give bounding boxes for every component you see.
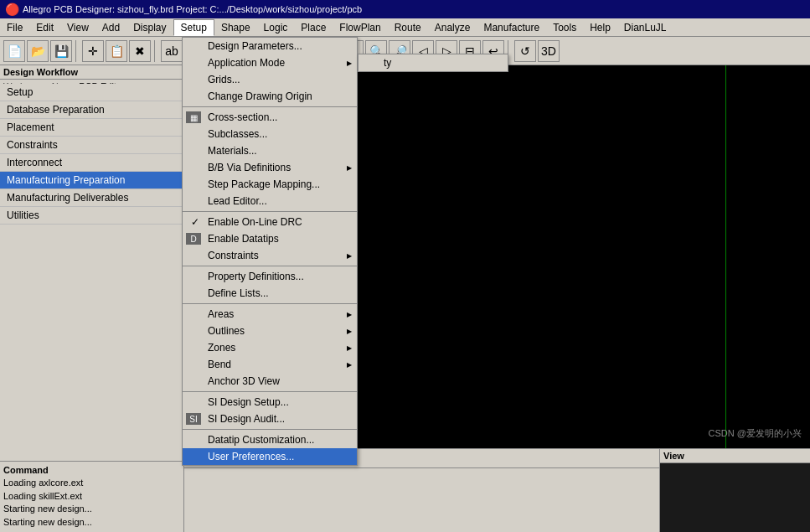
si-audit-icon: SI (186, 413, 201, 425)
separator-areas (183, 303, 357, 304)
menu-item-change-origin[interactable]: Change Drawing Origin (183, 88, 357, 105)
menu-item-materials[interactable]: Materials... (183, 142, 357, 159)
menu-item-grids[interactable]: Grids... (183, 71, 357, 88)
save-button[interactable]: 💾 (50, 40, 72, 62)
title-bar: 🔴 Allegro PCB Designer: sizhou_fly.brd P… (0, 0, 810, 18)
command-line-4: Starting new design... (3, 516, 180, 529)
checkmark-drc: ✓ (191, 216, 199, 228)
menu-item-enable-drc[interactable]: ✓ Enable On-Line DRC (183, 214, 357, 230)
menu-setup[interactable]: Setup (173, 19, 214, 36)
command-line-1: Loading axlcore.ext (3, 477, 180, 489)
command-header: Command (3, 465, 180, 475)
menu-item-prop-defs[interactable]: Property Definitions... (183, 268, 357, 285)
command-line-3: Starting new design... (3, 503, 180, 515)
separator-2 (154, 40, 157, 62)
view-panel-content (660, 463, 810, 532)
menu-item-user-prefs[interactable]: User Preferences... (183, 448, 357, 465)
app-mode-item-ty[interactable]: ty (359, 54, 508, 71)
delete-button[interactable]: ✖ (129, 40, 151, 62)
separator-prop (183, 266, 357, 266)
menu-view[interactable]: View (60, 20, 95, 35)
app-icon: 🔴 (5, 3, 19, 16)
command-panel: Command Loading axlcore.ext Loading skil… (0, 461, 183, 532)
menu-analyze[interactable]: Analyze (428, 20, 477, 35)
app-mode-submenu: ty (358, 54, 508, 72)
3d-button[interactable]: 3D (538, 40, 560, 62)
crosshair-button[interactable]: ✛ (82, 40, 104, 62)
separator-1 (75, 40, 79, 62)
menu-item-constraints[interactable]: Constraints (183, 247, 357, 264)
menu-item-outlines[interactable]: Outlines (183, 323, 357, 339)
separator-drc (183, 211, 357, 212)
command-output: Loading axlcore.ext Loading skillExt.ext… (3, 477, 180, 529)
menu-manufacture[interactable]: Manufacture (477, 20, 546, 35)
menu-item-areas[interactable]: Areas (183, 306, 357, 323)
menu-tools[interactable]: Tools (546, 20, 583, 35)
menu-item-datatip-custom[interactable]: Datatip Customization... (183, 431, 357, 448)
new-button[interactable]: 📄 (3, 40, 25, 62)
open-button[interactable]: 📂 (27, 40, 49, 62)
refresh-button[interactable]: ↺ (514, 40, 536, 62)
menu-edit[interactable]: Edit (29, 20, 60, 35)
text-button[interactable]: ab (161, 40, 183, 62)
separator-datatip (183, 429, 357, 430)
separator-si (183, 391, 357, 392)
copy-button[interactable]: 📋 (106, 40, 127, 62)
view-panel-header: View (660, 449, 810, 463)
menu-help[interactable]: Help (583, 20, 617, 35)
menu-logic[interactable]: Logic (257, 20, 295, 35)
command-line-2: Loading skillExt.ext (3, 490, 180, 503)
menu-item-lead-editor[interactable]: Lead Editor... (183, 193, 357, 209)
menu-item-bb-via[interactable]: B/B Via Definitions (183, 159, 357, 176)
menu-item-zones[interactable]: Zones (183, 339, 357, 356)
menu-item-step-pkg[interactable]: Step Package Mapping... (183, 176, 357, 193)
menu-item-enable-datatips[interactable]: D Enable Datatips (183, 230, 357, 247)
menu-file[interactable]: File (0, 20, 29, 35)
menu-dianlujl[interactable]: DianLuJL (617, 20, 673, 35)
sidebar-item-placement[interactable]: Placement (0, 119, 184, 137)
view-panel: View (659, 449, 810, 532)
watermark: CSDN @爱发明的小兴 (709, 427, 802, 440)
menu-flowplan[interactable]: FlowPlan (333, 20, 387, 35)
setup-dropdown-menu: Design Parameters... Application Mode Gr… (182, 37, 358, 466)
menu-item-subclasses[interactable]: Subclasses... (183, 126, 357, 142)
menu-item-define-lists[interactable]: Define Lists... (183, 285, 357, 302)
sidebar-item-interconnect[interactable]: Interconnect (0, 154, 184, 172)
cross-section-icon: ▦ (186, 111, 201, 123)
menu-item-app-mode[interactable]: Application Mode (183, 54, 357, 71)
menu-item-bend[interactable]: Bend (183, 356, 357, 373)
separator-cross (183, 106, 357, 107)
menu-display[interactable]: Display (126, 20, 173, 35)
menu-shape[interactable]: Shape (214, 20, 257, 35)
sidebar-item-utilities[interactable]: Utilities (0, 207, 184, 225)
menu-place[interactable]: Place (294, 20, 333, 35)
sidebar-item-constraints[interactable]: Constraints (0, 137, 184, 154)
sidebar-item-mfg-del[interactable]: Manufacturing Deliverables (0, 189, 184, 207)
title-text: Allegro PCB Designer: sizhou_fly.brd Pro… (23, 4, 362, 14)
menu-item-cross-section[interactable]: ▦ Cross-section... (183, 109, 357, 126)
menu-item-si-design-setup[interactable]: SI Design Setup... (183, 394, 357, 411)
datatips-icon: D (186, 233, 201, 245)
sidebar-item-mfg-prep[interactable]: Manufacturing Preparation (0, 172, 184, 189)
menu-add[interactable]: Add (95, 20, 126, 35)
menu-item-si-design-audit[interactable]: SI SI Design Audit... (183, 411, 357, 427)
menu-item-anchor-3d[interactable]: Anchor 3D View (183, 373, 357, 390)
workflow-header: Design Workflow (0, 65, 183, 80)
sidebar-item-setup[interactable]: Setup (0, 84, 184, 101)
sidebar-item-db-prep[interactable]: Database Preparation (0, 101, 184, 119)
menu-route[interactable]: Route (388, 20, 428, 35)
menu-item-design-params[interactable]: Design Parameters... (183, 38, 357, 54)
